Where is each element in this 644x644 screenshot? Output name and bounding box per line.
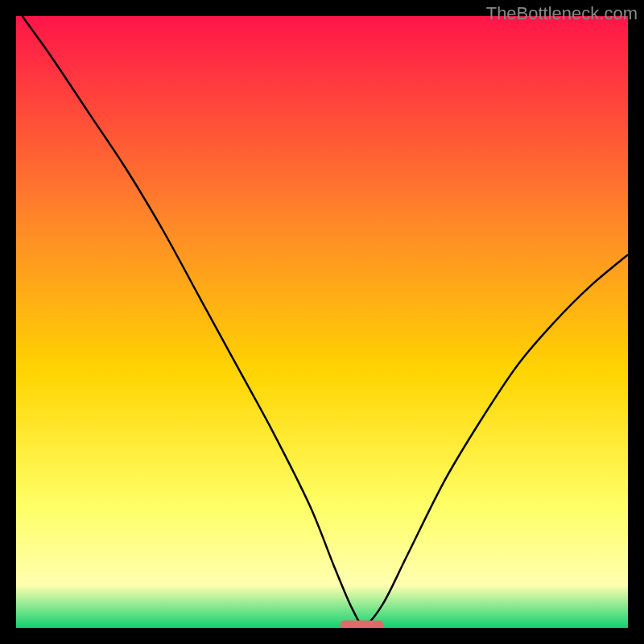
watermark-text: TheBottleneck.com — [486, 3, 638, 24]
chart-svg — [16, 16, 628, 628]
plot-area — [16, 16, 628, 628]
chart-container: TheBottleneck.com — [0, 0, 644, 644]
min-marker — [341, 621, 383, 628]
